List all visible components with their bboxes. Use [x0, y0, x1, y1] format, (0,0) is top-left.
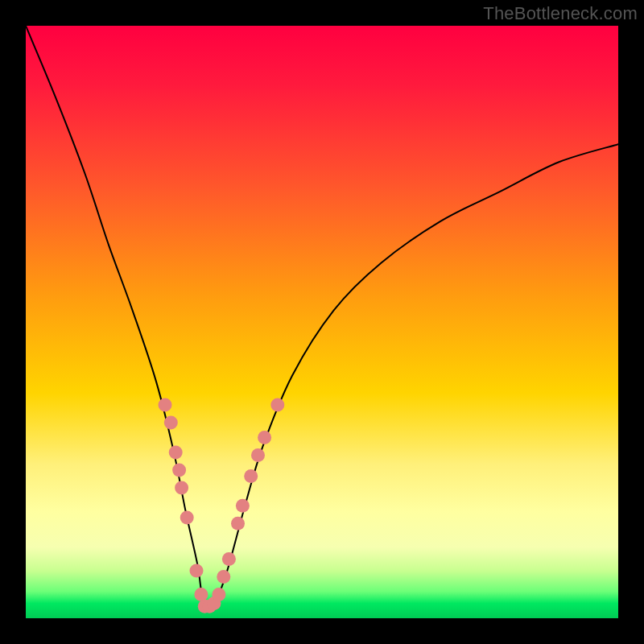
data-marker — [222, 552, 236, 566]
data-marker — [190, 564, 204, 578]
data-marker — [244, 469, 258, 483]
data-marker — [172, 464, 186, 477]
data-marker — [258, 431, 271, 444]
curve-layer — [26, 26, 618, 618]
data-marker — [231, 517, 245, 530]
chart-frame: TheBottleneck.com — [0, 0, 644, 644]
data-marker — [164, 416, 178, 430]
plot-area — [26, 26, 618, 618]
data-marker — [180, 510, 194, 524]
data-marker — [212, 588, 225, 601]
bottleneck-curve — [26, 26, 618, 605]
data-marker — [194, 588, 208, 601]
data-marker — [159, 398, 172, 412]
data-marker — [217, 570, 230, 584]
data-marker — [236, 499, 250, 513]
data-marker — [251, 448, 265, 462]
watermark-text: TheBottleneck.com — [483, 3, 638, 24]
data-marker — [270, 398, 284, 412]
data-marker — [175, 481, 188, 495]
data-marker — [169, 445, 183, 459]
marker-group — [159, 398, 285, 613]
